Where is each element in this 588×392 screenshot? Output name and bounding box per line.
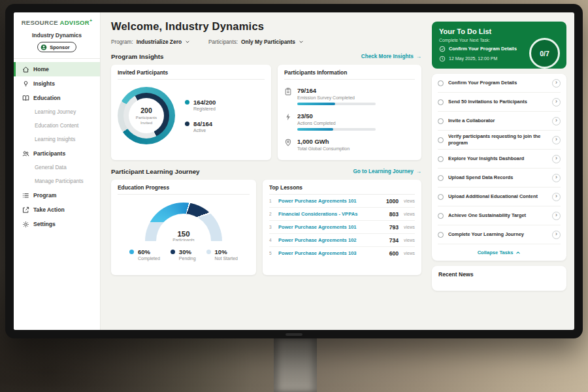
lesson-views: 793: [389, 224, 399, 231]
sponsor-badge[interactable]: Sponsor: [37, 42, 76, 52]
chevron-right-icon[interactable]: ›: [552, 79, 561, 88]
chevron-right-icon[interactable]: ›: [552, 117, 561, 125]
chevron-right-icon[interactable]: ›: [552, 136, 561, 144]
lesson-row: 3 Power Purchase Agreements 101 793 view…: [269, 221, 415, 234]
legend-dot: [206, 250, 211, 254]
task-row[interactable]: Upload Spend Data Records ›: [438, 169, 561, 188]
legend-value: 84/164: [193, 120, 212, 127]
program-dropdown[interactable]: Program: Industrialize Zero: [111, 39, 190, 45]
task-checkbox[interactable]: [438, 156, 444, 162]
task-checkbox[interactable]: [438, 232, 444, 238]
task-row[interactable]: Achieve One Sustainability Target ›: [438, 206, 561, 225]
task-label: Achieve One Sustainability Target: [448, 212, 547, 219]
org-name: Industry Dynamics: [14, 32, 100, 39]
sidebar-item-education[interactable]: Education: [14, 91, 100, 105]
lesson-row: 5 Power Purchase Agreements 103 600 view…: [269, 247, 415, 259]
chevron-right-icon[interactable]: ›: [552, 155, 561, 163]
lesson-link[interactable]: Power Purchase Agreements 101: [278, 224, 385, 230]
legend-dot: [185, 122, 189, 126]
lesson-row: 2 Financial Considerations - VPPAs 803 v…: [269, 208, 415, 221]
section-title: Participant Learning Journey: [111, 168, 200, 175]
lesson-link[interactable]: Financial Considerations - VPPAs: [278, 211, 385, 217]
sidebar-item-general-data[interactable]: General Data: [14, 161, 100, 174]
legend-label: Pending: [179, 256, 196, 261]
task-checkbox[interactable]: [438, 99, 444, 105]
gauge-center-value: 150: [177, 230, 189, 238]
sidebar-item-learning-journey[interactable]: Learning Journey: [14, 105, 100, 119]
task-row[interactable]: Explore Your Insights Dashboard ›: [438, 150, 561, 169]
sidebar-item-label: Learning Insights: [35, 137, 75, 142]
sidebar-item-insights[interactable]: Insights: [14, 76, 100, 91]
task-row[interactable]: Send 50 Invitations to Participants ›: [438, 93, 561, 112]
gauge-legend: 60% Completed 30% Pending: [129, 248, 238, 261]
link-label: Check More Insights: [361, 54, 414, 59]
task-row[interactable]: Complete Your Learning Journey ›: [438, 225, 561, 244]
insights-cards: Invited Participants 200 Participants In…: [111, 65, 421, 160]
task-checkbox[interactable]: [438, 137, 444, 143]
collapse-label: Collapse Tasks: [478, 250, 514, 255]
task-checkbox[interactable]: [438, 175, 444, 181]
program-list-icon: [22, 192, 29, 199]
stat-value: 23/50: [297, 112, 376, 120]
sidebar-nav: Home Insights Education Learning Journey: [14, 59, 100, 231]
sidebar-item-label: Manage Participants: [35, 178, 84, 184]
sidebar-item-label: Insights: [33, 80, 55, 87]
task-checkbox[interactable]: [438, 118, 444, 124]
learning-cards: Education Progress 150 Participants: [111, 180, 421, 275]
task-checkbox[interactable]: [438, 194, 444, 200]
lesson-views: 1000: [386, 198, 399, 204]
stat-label: Emission Survey Completed: [297, 95, 376, 100]
views-suffix: views: [404, 199, 415, 203]
lesson-link[interactable]: Power Purchase Agreements 102: [278, 237, 385, 243]
sidebar-item-manage-participants[interactable]: Manage Participants: [14, 174, 100, 188]
legend-dot: [171, 250, 175, 254]
sidebar-item-program[interactable]: Program: [14, 188, 100, 203]
lesson-link[interactable]: Power Purchase Agreements 101: [278, 198, 382, 204]
invited-participants-card: Invited Participants 200 Participants In…: [111, 65, 271, 160]
task-checkbox[interactable]: [438, 80, 444, 86]
sidebar-item-participants[interactable]: Participants: [14, 146, 100, 161]
participants-dropdown[interactable]: Participants: Only My Participants: [208, 39, 304, 45]
progress-bar: [297, 103, 376, 105]
lesson-rank: 2: [269, 212, 274, 216]
donut-center-label: Participants Invited: [132, 115, 161, 125]
chevron-right-icon[interactable]: ›: [552, 98, 561, 106]
card-title: Education Progress: [118, 184, 250, 195]
recent-news-card: Recent News: [432, 266, 566, 291]
logo-plus: +: [90, 18, 92, 23]
task-label: Verify participants requesting to join t…: [448, 133, 547, 146]
task-checkbox[interactable]: [438, 213, 444, 219]
sidebar-item-settings[interactable]: Settings: [14, 217, 100, 231]
gauge-center-label: Participants: [172, 238, 194, 241]
chevron-right-icon[interactable]: ›: [552, 193, 561, 201]
chevron-right-icon[interactable]: ›: [552, 212, 561, 220]
task-row[interactable]: Invite a Collaborator ›: [438, 112, 561, 131]
stat-label: Actions Completed: [297, 121, 376, 125]
gear-icon: [22, 221, 29, 228]
legend-value: 164/200: [193, 99, 216, 106]
chevron-down-icon: [185, 39, 190, 44]
chevron-down-icon: [299, 39, 304, 44]
task-row[interactable]: Verify participants requesting to join t…: [438, 131, 561, 150]
task-row[interactable]: Upload Additional Educational Content ›: [438, 188, 561, 206]
survey-icon: [284, 88, 292, 95]
progress-bar: [297, 128, 376, 131]
sidebar-item-take-action[interactable]: Take Action: [14, 203, 100, 217]
lesson-link[interactable]: Power Purchase Agreements 103: [278, 250, 385, 256]
task-row[interactable]: Confirm Your Program Details ›: [438, 74, 561, 93]
go-to-learning-journey-link[interactable]: Go to Learning Journey →: [353, 169, 421, 174]
sidebar-item-learning-insights[interactable]: Learning Insights: [14, 133, 100, 146]
chevron-right-icon[interactable]: ›: [552, 174, 561, 182]
legend-item: 30% Pending: [171, 248, 196, 261]
due-date-row: 12 May 2025, 12:00 PM: [439, 56, 525, 62]
todo-title: Your To Do List: [439, 27, 559, 35]
views-suffix: views: [404, 225, 415, 229]
section-title: Program Insights: [111, 53, 164, 60]
lesson-rank: 3: [269, 225, 274, 229]
chevron-right-icon[interactable]: ›: [552, 231, 561, 239]
collapse-tasks-link[interactable]: Collapse Tasks: [438, 244, 561, 261]
check-more-insights-link[interactable]: Check More Insights →: [361, 54, 421, 59]
program-insights-header: Program Insights Check More Insights →: [111, 53, 421, 60]
sidebar-item-education-content[interactable]: Education Content: [14, 119, 100, 133]
sidebar-item-home[interactable]: Home: [14, 62, 100, 76]
